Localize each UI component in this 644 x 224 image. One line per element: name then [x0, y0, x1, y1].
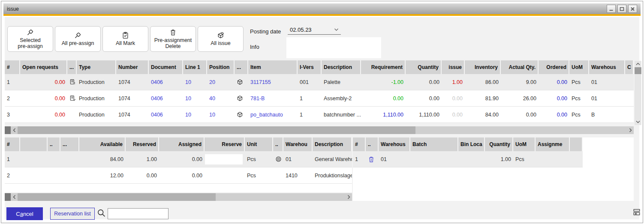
cell: 0.00 — [20, 74, 67, 90]
table-row[interactable]: 184.001.000.00Pcs01General Wareho — [5, 151, 352, 167]
link[interactable]: 0406 — [151, 96, 163, 102]
reserve-input[interactable] — [205, 154, 243, 164]
column-header: Open requests — [20, 60, 67, 74]
horizontal-scrollbar-thumb[interactable] — [18, 126, 415, 134]
horizontal-scrollbar-thumb[interactable] — [18, 193, 216, 201]
link[interactable]: 3117155 — [250, 79, 271, 85]
assignment-table: #..WarehousBatchBin LocaQuantityUoMAssig… — [353, 137, 583, 167]
cell: 1,110.00 — [406, 107, 442, 122]
table-header: #..WarehousBatchBin LocaQuantityUoMAssig… — [353, 137, 583, 151]
vertical-scrollbar-thumb[interactable] — [635, 67, 641, 74]
table-row[interactable]: 30.00Production107404061010po_batchauto1… — [5, 107, 634, 123]
cell: 01 — [589, 90, 625, 106]
cell: 1 — [5, 74, 20, 90]
table-row[interactable]: 1011.00Pcs — [353, 151, 583, 167]
search-input[interactable] — [108, 208, 169, 219]
column-header: Available — [79, 137, 126, 151]
cell — [273, 167, 283, 183]
cell: Palette — [322, 74, 361, 90]
box-issue-icon — [217, 32, 224, 39]
cell: 1 — [5, 151, 20, 167]
horizontal-scrollbar-track[interactable] — [415, 126, 627, 134]
scroll-down-icon[interactable] — [635, 119, 641, 125]
scroll-right-icon[interactable] — [345, 193, 352, 201]
info-label: Info — [250, 44, 259, 50]
cell: -1.00 — [361, 74, 406, 90]
cell: 12.00 — [79, 167, 126, 183]
cell: 01 — [379, 151, 410, 167]
cell: 9.00 — [501, 74, 539, 90]
cell — [67, 107, 77, 122]
scroll-left-icon[interactable] — [11, 126, 18, 134]
scroll-left-icon[interactable] — [11, 193, 18, 201]
form-settings-icon[interactable] — [633, 208, 641, 216]
horizontal-scrollbar-track[interactable] — [216, 193, 345, 201]
reservation-list-button[interactable]: Reservation list — [50, 208, 95, 220]
cell: 10 — [207, 107, 235, 122]
table-row[interactable]: 20.00Production107404061040781-B1Assembl… — [5, 90, 634, 107]
posting-date-select[interactable]: 02.05.23 — [288, 25, 341, 35]
cell: 2 — [5, 90, 20, 106]
close-button[interactable] — [628, 5, 637, 13]
cell: 01 — [589, 74, 625, 90]
titlebar[interactable]: issue — [3, 3, 641, 14]
cell: 001 — [298, 74, 322, 90]
cell — [60, 167, 79, 183]
link[interactable]: 10 — [185, 112, 191, 118]
window-title: issue — [7, 6, 19, 12]
scrollbar-gripper[interactable] — [5, 126, 11, 134]
toolbar-button-selected-pre-assign[interactable]: Selectedpre-assign — [7, 26, 53, 52]
trash-icon[interactable] — [169, 29, 177, 36]
toolbar-button-pre-assignment-delete[interactable]: Pre-assignmentDelete — [150, 26, 196, 52]
info-textarea[interactable] — [286, 37, 381, 58]
link[interactable]: 781-B — [250, 96, 265, 102]
trash-blue-icon[interactable] — [368, 156, 375, 163]
scrollbar-gripper[interactable] — [5, 193, 11, 201]
link[interactable]: 0406 — [151, 79, 163, 85]
column-header: Document — [149, 60, 183, 74]
window-controls — [607, 5, 637, 13]
cell: 26.00 — [501, 90, 539, 106]
vertical-scrollbar-track[interactable] — [635, 74, 641, 119]
link[interactable]: 10 — [209, 112, 215, 118]
cell: 1.00 — [126, 151, 159, 167]
cell: 1 — [298, 90, 322, 106]
maximize-button[interactable] — [617, 5, 626, 13]
scroll-right-icon[interactable] — [627, 126, 634, 134]
chevron-down-icon — [334, 28, 339, 31]
minimize-button[interactable] — [607, 5, 616, 13]
cell: Production — [77, 107, 116, 122]
toolbar-button-all-pre-assign[interactable]: All pre-assign — [55, 26, 101, 52]
toolbar-button-all-issue[interactable]: All issue — [198, 26, 244, 52]
cell — [366, 151, 379, 167]
table-row[interactable]: 212.000.000.00Pcs1410Produktionslage — [5, 167, 352, 184]
toolbar-button-label: Pre-assignmentDelete — [154, 37, 192, 50]
cell: 0.00 — [361, 90, 406, 106]
main-horizontal-scrollbar[interactable] — [5, 126, 634, 134]
column-header: UoM — [513, 137, 536, 151]
column-header: Requirement — [361, 60, 406, 74]
cell — [205, 167, 245, 183]
link[interactable]: po_batchauto — [250, 112, 283, 118]
link[interactable]: 10 — [185, 96, 191, 102]
link[interactable]: 20 — [209, 79, 215, 85]
bottom-horizontal-scrollbar[interactable] — [5, 193, 352, 201]
column-header: Type — [77, 60, 116, 74]
availability-table: #.....AvailableReservedAssignedReserveUn… — [5, 137, 352, 184]
toolbar-button-label: All Mark — [116, 40, 135, 46]
cell: 0.00 — [159, 151, 205, 167]
cell — [48, 167, 60, 183]
cell: 86.00 — [465, 74, 501, 90]
link[interactable]: 40 — [209, 96, 215, 102]
link[interactable]: 10 — [185, 79, 191, 85]
cancel-button[interactable]: Cancel — [6, 207, 43, 220]
table-row[interactable]: 10.00Production1074040610203117155001Pal… — [5, 74, 634, 90]
cell: 0.00 — [406, 74, 442, 90]
toolbar-button-all-mark[interactable]: All Mark — [102, 26, 148, 52]
cell: Pcs — [569, 107, 589, 122]
cell — [570, 151, 583, 167]
scroll-up-icon[interactable] — [635, 61, 641, 67]
vertical-scrollbar[interactable] — [635, 61, 641, 125]
link[interactable]: 0406 — [151, 112, 163, 118]
column-header: ... — [67, 60, 77, 74]
